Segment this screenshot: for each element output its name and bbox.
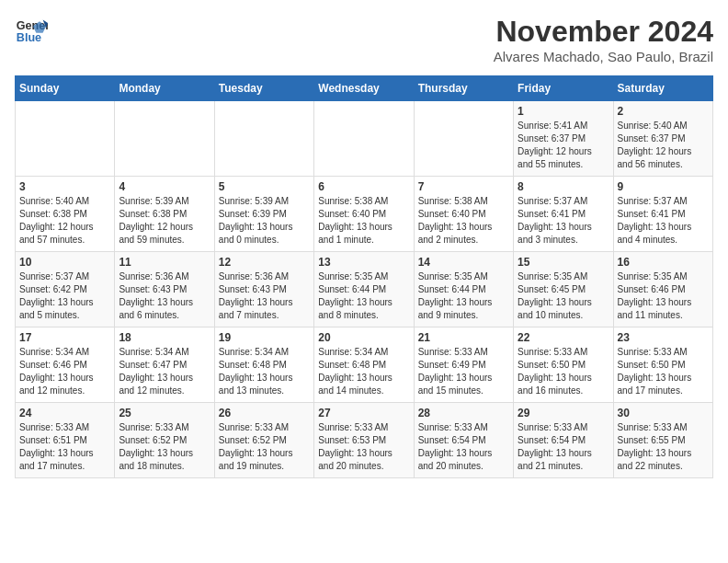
day-number: 24: [19, 407, 110, 419]
calendar-cell: 1Sunrise: 5:41 AM Sunset: 6:37 PM Daylig…: [514, 101, 613, 177]
day-info: Sunrise: 5:34 AM Sunset: 6:46 PM Dayligh…: [19, 346, 110, 397]
day-number: 17: [19, 331, 110, 344]
day-number: 3: [19, 180, 110, 193]
day-info: Sunrise: 5:33 AM Sunset: 6:50 PM Dayligh…: [618, 346, 709, 397]
page-header: General Blue November 2024 Alvares Macha…: [15, 15, 713, 64]
calendar-cell: 14Sunrise: 5:35 AM Sunset: 6:44 PM Dayli…: [414, 252, 513, 327]
calendar-cell: [314, 101, 414, 177]
day-number: 15: [518, 256, 609, 269]
day-number: 21: [418, 331, 509, 344]
calendar-week-4: 17Sunrise: 5:34 AM Sunset: 6:46 PM Dayli…: [16, 327, 713, 403]
day-info: Sunrise: 5:33 AM Sunset: 6:54 PM Dayligh…: [418, 421, 509, 473]
day-number: 28: [418, 407, 509, 419]
day-number: 4: [119, 180, 210, 193]
calendar-cell: 11Sunrise: 5:36 AM Sunset: 6:43 PM Dayli…: [115, 252, 214, 327]
day-number: 25: [119, 407, 210, 419]
day-number: 20: [318, 331, 409, 344]
svg-text:Blue: Blue: [17, 31, 41, 44]
day-number: 2: [618, 105, 709, 118]
header-monday: Monday: [115, 76, 214, 101]
day-info: Sunrise: 5:33 AM Sunset: 6:55 PM Dayligh…: [618, 421, 709, 473]
day-info: Sunrise: 5:34 AM Sunset: 6:48 PM Dayligh…: [318, 346, 409, 397]
day-number: 5: [219, 180, 310, 193]
day-number: 27: [318, 407, 409, 419]
header-wednesday: Wednesday: [314, 76, 414, 101]
day-number: 22: [518, 331, 609, 344]
calendar-table: SundayMondayTuesdayWednesdayThursdayFrid…: [15, 75, 713, 478]
calendar-cell: [414, 101, 513, 177]
day-info: Sunrise: 5:38 AM Sunset: 6:40 PM Dayligh…: [318, 195, 409, 247]
calendar-cell: 3Sunrise: 5:40 AM Sunset: 6:38 PM Daylig…: [16, 177, 115, 252]
logo: General Blue: [15, 15, 48, 48]
day-info: Sunrise: 5:33 AM Sunset: 6:53 PM Dayligh…: [318, 421, 409, 473]
calendar-header-row: SundayMondayTuesdayWednesdayThursdayFrid…: [16, 76, 713, 101]
day-number: 23: [618, 331, 709, 344]
calendar-cell: [16, 101, 115, 177]
location-title: Alvares Machado, Sao Paulo, Brazil: [494, 49, 713, 64]
header-thursday: Thursday: [414, 76, 513, 101]
day-number: 9: [618, 180, 709, 193]
day-number: 7: [418, 180, 509, 193]
calendar-cell: 25Sunrise: 5:33 AM Sunset: 6:52 PM Dayli…: [115, 403, 214, 478]
calendar-cell: 26Sunrise: 5:33 AM Sunset: 6:52 PM Dayli…: [214, 403, 313, 478]
calendar-cell: 10Sunrise: 5:37 AM Sunset: 6:42 PM Dayli…: [16, 252, 115, 327]
day-info: Sunrise: 5:41 AM Sunset: 6:37 PM Dayligh…: [518, 120, 609, 171]
calendar-cell: 2Sunrise: 5:40 AM Sunset: 6:37 PM Daylig…: [613, 101, 712, 177]
day-info: Sunrise: 5:37 AM Sunset: 6:41 PM Dayligh…: [618, 195, 709, 247]
calendar-cell: [214, 101, 313, 177]
calendar-cell: 29Sunrise: 5:33 AM Sunset: 6:54 PM Dayli…: [514, 403, 613, 478]
day-number: 10: [19, 256, 110, 269]
calendar-cell: 21Sunrise: 5:33 AM Sunset: 6:49 PM Dayli…: [414, 327, 513, 403]
calendar-cell: 7Sunrise: 5:38 AM Sunset: 6:40 PM Daylig…: [414, 177, 513, 252]
day-info: Sunrise: 5:37 AM Sunset: 6:41 PM Dayligh…: [518, 195, 609, 247]
calendar-cell: 6Sunrise: 5:38 AM Sunset: 6:40 PM Daylig…: [314, 177, 414, 252]
calendar-cell: 30Sunrise: 5:33 AM Sunset: 6:55 PM Dayli…: [613, 403, 712, 478]
day-number: 19: [219, 331, 310, 344]
calendar-cell: 13Sunrise: 5:35 AM Sunset: 6:44 PM Dayli…: [314, 252, 414, 327]
calendar-cell: 22Sunrise: 5:33 AM Sunset: 6:50 PM Dayli…: [514, 327, 613, 403]
day-info: Sunrise: 5:34 AM Sunset: 6:48 PM Dayligh…: [219, 346, 310, 397]
calendar-cell: 28Sunrise: 5:33 AM Sunset: 6:54 PM Dayli…: [414, 403, 513, 478]
day-number: 14: [418, 256, 509, 269]
day-info: Sunrise: 5:36 AM Sunset: 6:43 PM Dayligh…: [119, 270, 210, 322]
day-info: Sunrise: 5:33 AM Sunset: 6:54 PM Dayligh…: [518, 421, 609, 473]
header-saturday: Saturday: [613, 76, 712, 101]
day-info: Sunrise: 5:34 AM Sunset: 6:47 PM Dayligh…: [119, 346, 210, 397]
day-info: Sunrise: 5:35 AM Sunset: 6:44 PM Dayligh…: [318, 270, 409, 322]
calendar-cell: 23Sunrise: 5:33 AM Sunset: 6:50 PM Dayli…: [613, 327, 712, 403]
day-info: Sunrise: 5:33 AM Sunset: 6:51 PM Dayligh…: [19, 421, 110, 473]
day-info: Sunrise: 5:40 AM Sunset: 6:38 PM Dayligh…: [19, 195, 110, 247]
calendar-week-2: 3Sunrise: 5:40 AM Sunset: 6:38 PM Daylig…: [16, 177, 713, 252]
day-info: Sunrise: 5:33 AM Sunset: 6:50 PM Dayligh…: [518, 346, 609, 397]
day-info: Sunrise: 5:35 AM Sunset: 6:46 PM Dayligh…: [618, 270, 709, 322]
day-number: 26: [219, 407, 310, 419]
day-number: 1: [518, 105, 609, 118]
day-number: 6: [318, 180, 409, 193]
day-number: 18: [119, 331, 210, 344]
day-info: Sunrise: 5:40 AM Sunset: 6:37 PM Dayligh…: [618, 120, 709, 171]
calendar-cell: 12Sunrise: 5:36 AM Sunset: 6:43 PM Dayli…: [214, 252, 313, 327]
calendar-cell: 9Sunrise: 5:37 AM Sunset: 6:41 PM Daylig…: [613, 177, 712, 252]
day-info: Sunrise: 5:35 AM Sunset: 6:45 PM Dayligh…: [518, 270, 609, 322]
day-info: Sunrise: 5:35 AM Sunset: 6:44 PM Dayligh…: [418, 270, 509, 322]
calendar-week-5: 24Sunrise: 5:33 AM Sunset: 6:51 PM Dayli…: [16, 403, 713, 478]
day-info: Sunrise: 5:36 AM Sunset: 6:43 PM Dayligh…: [219, 270, 310, 322]
day-info: Sunrise: 5:37 AM Sunset: 6:42 PM Dayligh…: [19, 270, 110, 322]
calendar-week-1: 1Sunrise: 5:41 AM Sunset: 6:37 PM Daylig…: [16, 101, 713, 177]
calendar-cell: 24Sunrise: 5:33 AM Sunset: 6:51 PM Dayli…: [16, 403, 115, 478]
calendar-cell: 8Sunrise: 5:37 AM Sunset: 6:41 PM Daylig…: [514, 177, 613, 252]
calendar-cell: 19Sunrise: 5:34 AM Sunset: 6:48 PM Dayli…: [214, 327, 313, 403]
day-info: Sunrise: 5:33 AM Sunset: 6:52 PM Dayligh…: [119, 421, 210, 473]
calendar-cell: 17Sunrise: 5:34 AM Sunset: 6:46 PM Dayli…: [16, 327, 115, 403]
header-sunday: Sunday: [16, 76, 115, 101]
calendar-cell: 4Sunrise: 5:39 AM Sunset: 6:38 PM Daylig…: [115, 177, 214, 252]
month-title: November 2024: [494, 15, 713, 49]
day-info: Sunrise: 5:39 AM Sunset: 6:39 PM Dayligh…: [219, 195, 310, 247]
calendar-cell: 16Sunrise: 5:35 AM Sunset: 6:46 PM Dayli…: [613, 252, 712, 327]
header-tuesday: Tuesday: [214, 76, 313, 101]
calendar-week-3: 10Sunrise: 5:37 AM Sunset: 6:42 PM Dayli…: [16, 252, 713, 327]
day-number: 13: [318, 256, 409, 269]
day-number: 30: [618, 407, 709, 419]
day-number: 11: [119, 256, 210, 269]
calendar-cell: 15Sunrise: 5:35 AM Sunset: 6:45 PM Dayli…: [514, 252, 613, 327]
